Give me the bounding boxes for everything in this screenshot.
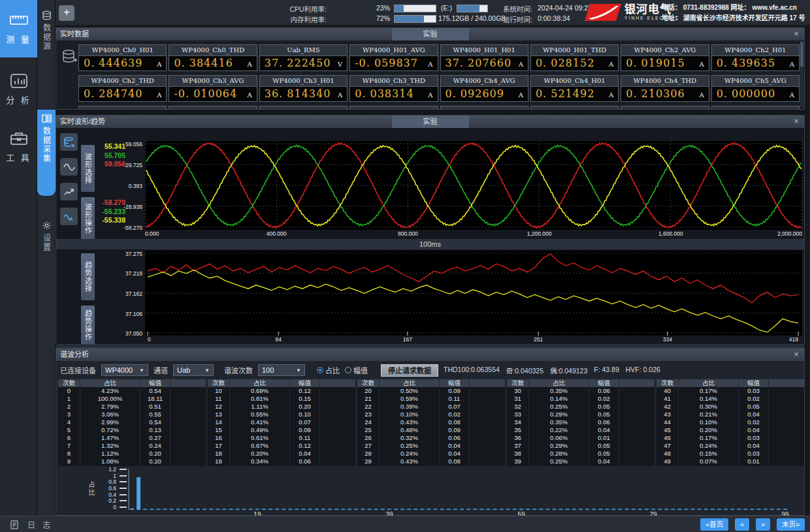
sidebar: 测 量 分 析 工 具 [0,0,37,516]
sine-view-button[interactable] [60,158,78,176]
trend-chart[interactable] [145,251,802,336]
waveform-view-button[interactable] [60,208,78,225]
chevron-down-icon: ▼ [204,368,210,373]
subtab-settings[interactable]: 设置 [37,217,56,275]
harmonic-row: 290.43%0.08 [357,458,505,465]
harmonic-row: 110.81%0.15 [208,395,355,403]
sidebar-item-measure[interactable]: 测 量 [0,0,37,57]
yinhe-logo-icon [585,3,621,22]
ruler-icon [10,12,28,28]
run-time-value: 0:00:38:34 [538,14,570,22]
harmonic-row: 81.12%0.20 [58,450,206,458]
harmonic-row: 140.41%0.07 [208,418,355,426]
topbar: + CPU利用率: 23% 内存利用率: 72% (E:) 175.12GB /… [56,0,810,26]
data-card-partial [711,106,800,109]
app-window: 测 量 分 析 工 具 数据源 数据采集 设置 + CPU利用率: 23% 内 [0,0,810,532]
sidebar-item-label: 工 具 [6,151,31,163]
data-card: WP4000_Ch3_AVG-0. 010064A [169,75,257,102]
close-icon[interactable]: × [792,28,801,40]
memory-progress-bar [394,15,436,23]
data-card: WP4000_Ch3_THD0. 038314A [349,75,438,102]
wave-x-axis: 0.000400.000800.0001,200.0001,600.0002,0… [145,230,802,237]
subtab-label: 数据源 [41,23,52,51]
harmonic-row: 04.23%0.54 [58,387,206,395]
harmonic-table[interactable]: 次数占比幅值300.35%0.06310.14%0.02320.25%0.053… [507,379,655,466]
pagination: «首页 « » 末页» [700,518,805,531]
harmonic-row: 220.39%0.07 [357,403,505,411]
waveform-panel-body: 波形选择 波形操作 55.34155.70559.056 -58.270-55.… [56,128,804,344]
experiment-tab[interactable]: 实验 [392,116,469,128]
log-button[interactable]: 日 志 [9,519,53,530]
harmonics-panel-header: 谐波分析 × [56,349,804,361]
channel-select[interactable]: Uab▼ [173,364,214,376]
bars-y-axis-label: 占比 [86,481,96,497]
subtab-datasource[interactable]: 数据源 [37,7,56,56]
harmonic-table[interactable]: 次数占比幅值100.69%0.12110.81%0.15121.11%0.201… [208,379,355,466]
harmonic-row: 22.79%0.51 [58,403,206,411]
data-card: WP4000_Ch2_THD0. 284740A [78,75,167,102]
harmonic-row: 42.99%0.54 [58,418,206,426]
close-icon[interactable]: × [792,349,801,361]
last-page-button[interactable]: 末页» [777,518,805,531]
sidebar-item-analysis[interactable]: 分 析 [0,61,37,118]
data-card: WP4000_Ch4_H010. 521492A [530,75,619,102]
harmonic-table[interactable]: 次数占比幅值04.23%0.541100.00%18.1122.79%0.513… [58,379,206,466]
harmonic-row: 33.06%0.55 [58,411,206,418]
harmonic-row: 480.15%0.03 [656,450,804,458]
experiment-tab[interactable]: 实验 [392,28,469,40]
database-icon [42,10,52,20]
sidebar-item-tools[interactable]: 工 具 [0,118,37,176]
harmonic-row: 280.24%0.04 [357,450,505,458]
realtime-cards-grid: WP4000_Ch0_H010. 444639AWP4000_Ch0_THD0.… [78,44,800,109]
order-select[interactable]: 100▼ [258,364,305,376]
trend-view-button[interactable] [60,183,78,200]
trend-operate-button[interactable]: 趋势操作 [81,305,95,345]
harmonic-row: 490.07%0.01 [656,458,804,465]
stop-request-button[interactable]: 停止请求数据 [381,364,438,377]
harmonic-row: 390.25%0.04 [507,458,655,465]
waveform-trend-panel: 实时波形/趋势 实验 × 波形选择 波形操作 55.34155.70559.05… [56,115,805,345]
device-select[interactable]: WP4000▼ [101,364,148,376]
harmonic-row: 370.29%0.05 [507,442,655,450]
toolbox-icon [10,131,28,146]
trend-select-button[interactable]: 趋势选择 [81,253,95,300]
close-icon[interactable]: × [792,116,801,128]
signal-source-button[interactable] [60,133,78,151]
data-source-icon[interactable] [61,48,78,65]
stat-value: HVF: 0.026 [626,366,660,375]
next-page-button[interactable]: » [756,518,770,531]
wave-min-readouts: -58.270-55.233-55.338 [93,198,125,225]
device-label: 已连接设备 [60,365,96,375]
harmonic-table[interactable]: 次数占比幅值200.50%0.09210.59%0.11220.39%0.072… [357,379,505,466]
subtab-label: 数据采集 [41,127,52,163]
harmonic-bar-chart[interactable] [128,469,789,510]
prev-page-button[interactable]: « [735,518,749,531]
first-page-button[interactable]: «首页 [700,518,728,531]
harmonic-row: 160.61%0.11 [208,434,355,442]
realtime-panel-body: WP4000_Ch0_H010. 444639AWP4000_Ch0_THD0.… [56,40,804,109]
harmonic-row: 150.49%0.09 [208,426,355,434]
cpu-usage-value: 23% [373,4,390,12]
harmonic-row: 50.72%0.13 [58,426,206,434]
harmonic-row: 190.34%0.06 [208,458,355,465]
ratio-radio[interactable]: 占比 [317,365,340,375]
cards-scrollbar[interactable] [800,42,803,107]
time-base-strip: 100ms [56,239,804,249]
harmonic-row: 440.10%0.02 [656,418,804,426]
readout-value: 55.341 [93,142,125,151]
harmonic-row: 250.48%0.09 [357,426,505,434]
harmonic-row: 130.55%0.10 [208,411,355,418]
radio-dot-icon [317,367,323,373]
waveform-chart[interactable] [145,141,802,230]
data-card: WP4000_Ch0_THD0. 384416A [169,44,257,71]
subtab-strip: 数据源 数据采集 设置 [37,0,56,516]
log-icon [9,520,20,530]
add-tab-button[interactable]: + [59,5,74,21]
sidebar-item-label: 测 量 [6,33,31,45]
amplitude-radio[interactable]: 幅值 [345,365,368,375]
readout-value: 55.705 [93,151,125,161]
subtab-acquisition[interactable]: 数据采集 [37,110,56,196]
harmonic-table[interactable]: 次数占比幅值400.17%0.03410.14%0.02420.30%0.054… [656,379,804,466]
harmonic-row: 71.32%0.24 [58,442,206,450]
harmonic-row: 61.47%0.27 [58,434,206,442]
